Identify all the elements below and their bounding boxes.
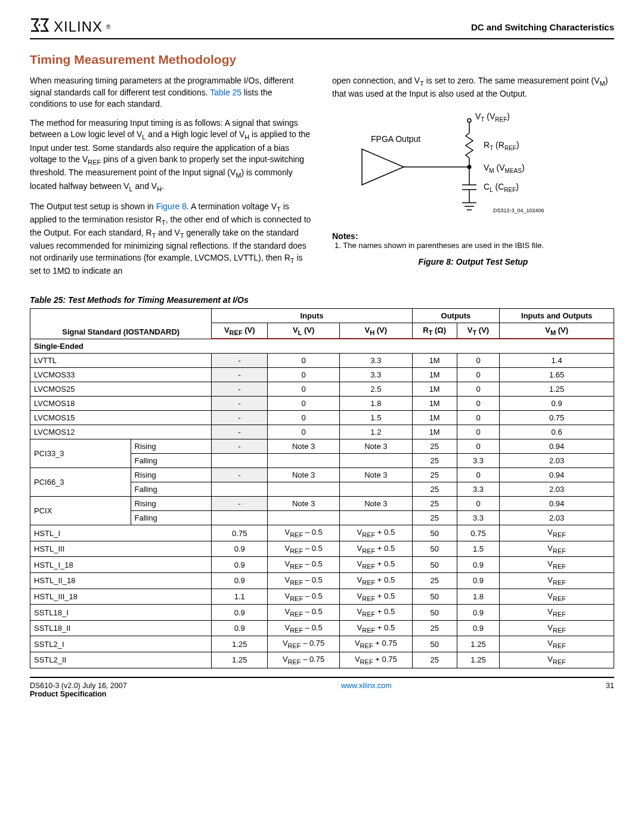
page-footer: DS610-3 (v2.0) July 16, 2007 Product Spe… [30,677,614,698]
table-caption: Table 25: Test Methods for Timing Measur… [30,295,614,305]
table-row: HSTL_III_181.1VREF – 0.5VREF + 0.5501.8V… [30,589,614,605]
col-io: Inputs and Outputs [500,308,614,323]
rt-label: RT (RREF) [484,140,519,151]
logo-text: XILINX [54,18,103,35]
col-signal: Signal Standard (IOSTANDARD) [30,308,212,339]
col-outputs: Outputs [412,308,500,323]
col-inputs: Inputs [212,308,412,323]
figure-note-1: 1. The names shown in parentheses are us… [343,241,614,251]
table-row: HSTL_I_180.9VREF – 0.5VREF + 0.5500.9VRE… [30,557,614,573]
table-row: HSTL_III0.9VREF – 0.5VREF + 0.5501.5VREF [30,541,614,557]
col-rt: RT (Ω) [412,323,457,339]
vt-label: VT (VREF) [475,112,510,123]
page-title: Timing Measurement Methodology [30,52,614,67]
test-methods-table: Signal Standard (IOSTANDARD) Inputs Outp… [30,308,614,668]
figure-id: DS312-3_04_102406 [493,208,544,213]
section-row: Single-Ended [30,339,614,354]
paragraph-4: open connection, and VT is set to zero. … [332,75,614,100]
footer-left: DS610-3 (v2.0) July 16, 2007 Product Spe… [30,682,127,698]
col-vt: VT (V) [457,323,500,339]
paragraph-1: When measuring timing parameters at the … [30,75,312,110]
table-body: Single-EndedLVTTL-03.31M01.4LVCMOS33-03.… [30,339,614,668]
svg-point-0 [39,24,41,26]
left-column: When measuring timing parameters at the … [30,75,312,284]
svg-marker-1 [362,149,404,185]
cl-label: CL (CREF) [484,182,519,193]
footer-link[interactable]: www.xilinx.com [341,682,392,690]
notes-heading: Notes: [332,231,614,241]
table-row: LVCMOS18-01.81M00.9 [30,397,614,411]
section-title: DC and Switching Characteristics [471,22,614,32]
col-vl: VL (V) [268,323,340,339]
table-row: SSTL18_II0.9VREF – 0.5VREF + 0.5250.9VRE… [30,620,614,636]
col-vm: VM (V) [500,323,614,339]
table-row: SSTL2_II1.25VREF – 0.75VREF + 0.75251.25… [30,652,614,668]
inline-link[interactable]: Table 25 [210,88,242,97]
page-header: XILINX ® DC and Switching Characteristic… [30,18,614,39]
output-test-setup-diagram: FPGA Output VT (VREF) RT (RREF) VM (VMEA… [356,107,583,227]
figure-caption: Figure 8: Output Test Setup [332,257,614,267]
table-row: PCI66_3Rising-Note 3Note 32500.94 [30,468,614,482]
figure-8: FPGA Output VT (VREF) RT (RREF) VM (VMEA… [332,107,614,267]
inline-link[interactable]: Figure 8 [156,202,187,211]
col-vh: VH (V) [340,323,413,339]
table-row: LVCMOS15-01.51M00.75 [30,411,614,425]
table-row: HSTL_I0.75VREF – 0.5VREF + 0.5500.75VREF [30,525,614,541]
logo: XILINX ® [30,18,110,36]
body-columns: When measuring timing parameters at the … [30,75,614,284]
table-row: LVCMOS25-02.51M01.25 [30,382,614,397]
fpga-output-label: FPGA Output [371,134,420,144]
vm-label: VM (VMEAS) [484,163,525,174]
logo-icon [30,18,50,36]
table-row: LVCMOS33-03.31M01.65 [30,368,614,382]
footer-page-number: 31 [606,682,614,690]
table-row: HSTL_II_180.9VREF – 0.5VREF + 0.5250.9VR… [30,573,614,589]
table-row: PCIXRising-Note 3Note 32500.94 [30,497,614,511]
table-row: SSTL18_I0.9VREF – 0.5VREF + 0.5500.9VREF [30,605,614,621]
table-row: LVTTL-03.31M01.4 [30,354,614,368]
paragraph-2: The method for measuring Input timing is… [30,117,312,194]
table-row: LVCMOS12-01.21M00.6 [30,425,614,439]
svg-point-6 [467,119,471,122]
right-column: open connection, and VT is set to zero. … [332,75,614,284]
table-row: SSTL2_I1.25VREF – 0.75VREF + 0.75501.25V… [30,636,614,652]
paragraph-3: The Output test setup is shown in Figure… [30,201,312,277]
col-vref: VREF (V) [212,323,268,339]
table-row: PCI33_3Rising-Note 3Note 32500.94 [30,439,614,454]
